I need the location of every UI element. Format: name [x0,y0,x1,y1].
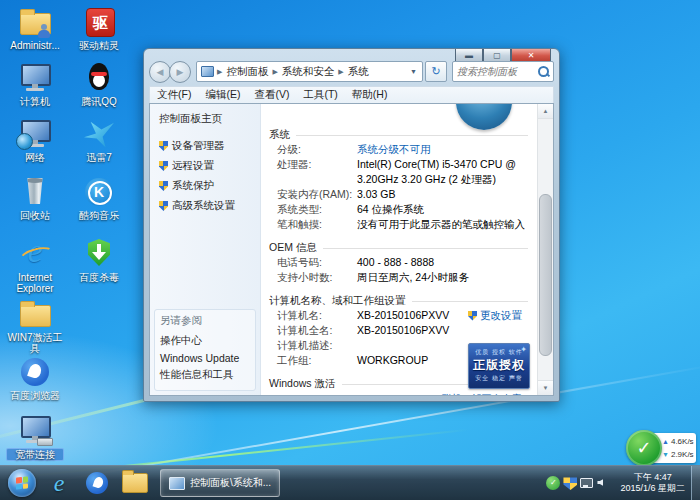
change-settings-link[interactable]: 更改设置 [480,308,522,323]
icon-label: 计算机 [6,96,64,107]
desktop-icon-qq[interactable]: 腾讯QQ [70,62,128,107]
show-desktop-button[interactable] [691,466,700,500]
tray-security-check-icon[interactable]: ✓ [546,476,560,490]
sidebar-item-performance-tools[interactable]: 性能信息和工具 [160,366,255,384]
vertical-scrollbar[interactable]: ▲ ▼ [537,104,553,395]
scroll-down-arrow[interactable]: ▼ [538,380,553,395]
user-folder-icon [18,6,52,38]
rating-unavailable-link[interactable]: 系统分级不可用 [357,142,431,157]
desktop-icon-administrator[interactable]: Administr... [6,6,64,51]
icon-label: 百度杀毒 [70,272,128,283]
address-dropdown-icon[interactable]: ▼ [407,68,420,75]
scrollbar-thumb[interactable] [539,194,552,356]
desktop: Administr... 计算机 网络 回收站 e Internet Explo… [0,0,700,500]
learn-more-online-link[interactable]: 联机了解更多内容... [442,392,530,395]
row-computer-name: 计算机名: XB-20150106PXVV 更改设置 [277,308,528,323]
kugou-icon [82,176,116,208]
desktop-icon-baidu-antivirus[interactable]: 百度杀毒 [70,238,128,283]
sidebar-item-action-center[interactable]: 操作中心 [160,332,255,350]
desktop-icon-broadband[interactable]: 宽带连接 [6,414,64,461]
desktop-icon-computer[interactable]: 计算机 [6,62,64,107]
window-body: 控制面板主页 设备管理器 远程设置 系统保护 高级系统设置 [149,103,554,396]
sidebar-item-label: 设备管理器 [172,139,225,153]
taskbar-explorer-icon[interactable] [120,470,150,496]
icon-label: 腾讯QQ [70,96,128,107]
forward-button[interactable]: ▶ [169,61,191,83]
tray-volume-icon[interactable] [597,476,611,490]
see-also-box: 另请参阅 操作中心 Windows Update 性能信息和工具 [154,309,256,391]
taskbar-clock[interactable]: 下午 4:47 2015/1/6 星期二 [614,472,691,494]
sidebar-item-advanced-system-settings[interactable]: 高级系统设置 [150,196,260,216]
taskbar-ie-icon[interactable]: e [44,470,74,496]
icon-label: Internet Explorer [6,272,64,294]
row-support-hours: 支持小时数: 周日至周六, 24小时服务 [277,270,528,285]
menu-view[interactable]: 查看(V) [247,88,296,102]
desktop-icon-xunlei[interactable]: 迅雷7 [70,118,128,163]
desktop-icon-win7-activator[interactable]: WIN7激活工具 [6,298,64,354]
sidebar-item-label: 系统保护 [172,179,214,193]
search-box[interactable] [452,61,554,82]
tray-action-center-icon[interactable] [563,476,577,490]
icon-label: WIN7激活工具 [6,332,64,354]
uac-shield-icon [159,181,168,191]
sidebar-item-device-manager[interactable]: 设备管理器 [150,136,260,156]
see-also-header: 另请参阅 [160,314,255,328]
section-header-computer-name: 计算机名称、域和工作组设置 [269,294,528,308]
ie-icon: e [18,238,52,270]
sidebar: 控制面板主页 设备管理器 远程设置 系统保护 高级系统设置 [150,104,261,395]
icon-label: 回收站 [6,210,64,221]
taskbar-baidu-browser-icon[interactable] [82,470,112,496]
genuine-license-badge[interactable]: 优质 授权 软件 正版授权 安全 稳定 声誉 ✦ [468,343,530,389]
sidebar-item-remote-settings[interactable]: 远程设置 [150,156,260,176]
network-icon [18,118,52,150]
row-computer-full-name: 计算机全名: XB-20150106PXVV [277,323,528,338]
download-speed: 2.9K/s [671,450,694,459]
network-speed-widget[interactable]: ▲4.6K/s ▼2.9K/s ✓ [626,432,696,464]
tray-network-icon[interactable] [580,476,594,490]
breadcrumb-separator: ▶ [271,68,278,76]
address-bar[interactable]: ▶ 控制面板 ▶ 系统和安全 ▶ 系统 ▼ [196,61,423,82]
breadcrumb-separator: ▶ [337,68,344,76]
taskbar: e 控制面板\系统和... ✓ 下午 4:47 2015/1/6 星期二 [0,465,700,500]
icon-label: 迅雷7 [70,152,128,163]
breadcrumb-system-security[interactable]: 系统和安全 [279,65,338,79]
sidebar-item-windows-update[interactable]: Windows Update [160,350,255,366]
menu-file[interactable]: 文件(F) [150,88,198,102]
breadcrumb-system[interactable]: 系统 [345,65,372,79]
computer-icon [18,62,52,94]
breadcrumb-control-panel[interactable]: 控制面板 [223,65,271,79]
back-button[interactable]: ◀ [149,61,171,83]
qq-icon [82,62,116,94]
sidebar-item-label: 高级系统设置 [172,199,235,213]
sidebar-item-system-protection[interactable]: 系统保护 [150,176,260,196]
desktop-icon-baidu-browser[interactable]: 百度浏览器 [6,356,64,401]
computer-icon [201,66,214,77]
menu-edit[interactable]: 编辑(E) [198,88,247,102]
upload-arrow-icon: ▲ [662,438,669,445]
qudongjingling-icon: 驱 [82,6,116,38]
desktop-icon-kugou[interactable]: 酷狗音乐 [70,176,128,221]
scroll-up-arrow[interactable]: ▲ [538,104,553,119]
start-button[interactable] [8,469,36,497]
desktop-icon-qudongjingling[interactable]: 驱 驱动精灵 [70,6,128,51]
windows-logo-partial [456,104,512,130]
taskbar-button-control-panel[interactable]: 控制面板\系统和... [160,469,280,497]
menu-bar: 文件(F) 编辑(E) 查看(V) 工具(T) 帮助(H) [149,86,554,104]
system-tray: ✓ 下午 4:47 2015/1/6 星期二 [546,466,700,500]
security-check-ball[interactable]: ✓ [626,430,662,466]
desktop-icon-network[interactable]: 网络 [6,118,64,163]
broadband-icon [18,414,52,446]
row-processor: 处理器: Intel(R) Core(TM) i5-3470 CPU @ 3.2… [277,157,528,187]
desktop-icon-internet-explorer[interactable]: e Internet Explorer [6,238,64,294]
change-settings[interactable]: 更改设置 [468,308,522,323]
refresh-button[interactable]: ↻ [425,61,447,82]
row-system-type: 系统类型: 64 位操作系统 [277,202,528,217]
sidebar-item-control-panel-home[interactable]: 控制面板主页 [150,104,260,136]
uac-shield-icon [468,311,477,321]
desktop-icon-recycle-bin[interactable]: 回收站 [6,176,64,221]
menu-tools[interactable]: 工具(T) [296,88,344,102]
content-scroll-area: 系统 分级: 系统分级不可用 处理器: Intel(R) Core(TM) i5… [261,104,538,395]
search-input[interactable] [453,66,537,77]
menu-help[interactable]: 帮助(H) [345,88,395,102]
section-header-oem: OEM 信息 [269,241,528,255]
